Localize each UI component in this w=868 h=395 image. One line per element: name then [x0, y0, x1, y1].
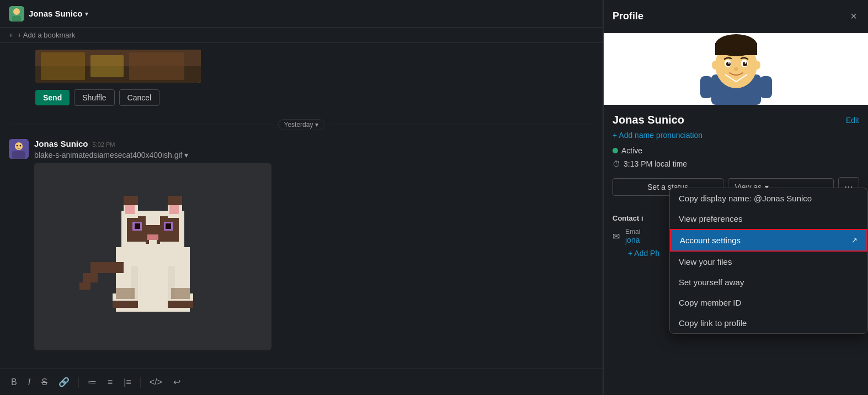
filename-dropdown-arrow[interactable]: ▾	[184, 151, 188, 159]
date-label: Yesterday	[284, 121, 313, 129]
message-filename: blake-s-animatedsiamesecat400x400ish.gif…	[34, 151, 594, 159]
toolbar-divider-2	[140, 377, 141, 388]
cancel-button[interactable]: Cancel	[119, 89, 160, 106]
profile-title: Profile	[613, 10, 643, 22]
dropdown-item-copy-display-name[interactable]: Copy display name: @Jonas Sunico	[670, 188, 867, 209]
dropdown-copy-display-name-label: Copy display name: @Jonas Sunico	[679, 194, 812, 203]
svg-rect-41	[116, 288, 134, 299]
status-dot-active	[613, 148, 618, 153]
dropdown-item-copy-link[interactable]: Copy link to profile	[670, 313, 867, 333]
date-chevron: ▾	[315, 121, 318, 129]
dropdown-item-view-preferences[interactable]: View preferences	[670, 209, 867, 229]
dropdown-item-view-files[interactable]: View your files	[670, 252, 867, 272]
code-icon[interactable]: </>	[147, 375, 164, 389]
bullet-list-icon[interactable]: ≡	[105, 375, 115, 389]
divider-line-left	[9, 125, 274, 125]
dropdown-item-copy-member-id[interactable]: Copy member ID	[670, 292, 867, 313]
send-button[interactable]: Send	[35, 90, 70, 105]
svg-rect-36	[90, 262, 124, 273]
email-icon: ✉	[613, 231, 620, 242]
svg-point-55	[754, 61, 760, 70]
date-divider: Yesterday ▾	[9, 119, 594, 130]
email-label: Emai	[625, 228, 640, 236]
email-value[interactable]: jona	[625, 236, 640, 244]
svg-point-54	[712, 61, 718, 70]
time-row: ⏱ 3:13 PM local time	[613, 159, 859, 168]
message-avatar	[9, 139, 29, 159]
dropdown-set-away-label: Set yourself away	[679, 277, 744, 287]
gif-action-buttons: Send Shuffle Cancel	[9, 87, 594, 110]
bookmark-label[interactable]: + Add a bookmark	[17, 31, 75, 39]
workspace-avatar	[9, 6, 24, 22]
profile-bitmoji	[692, 33, 780, 105]
svg-point-10	[17, 145, 18, 147]
italic-icon[interactable]: I	[26, 375, 33, 389]
svg-point-52	[744, 62, 746, 64]
bold-icon[interactable]: B	[9, 375, 19, 389]
dropdown-copy-member-id-label: Copy member ID	[679, 298, 741, 307]
dropdown-view-preferences-label: View preferences	[679, 214, 743, 223]
strikethrough-icon[interactable]: S	[39, 375, 50, 389]
profile-avatar-section	[604, 33, 868, 105]
dropdown-item-set-away[interactable]: Set yourself away	[670, 272, 867, 292]
chat-area: Jonas Sunico ▾ + + Add a bookmark Send	[0, 0, 603, 395]
clock-icon: ⏱	[613, 159, 620, 168]
status-row: Active	[613, 146, 859, 155]
svg-rect-35	[168, 301, 194, 308]
cat-gif-image	[34, 163, 271, 350]
message-header: Jonas Sunico 5:02 PM	[34, 139, 594, 148]
svg-point-53	[734, 67, 738, 71]
dropdown-copy-link-label: Copy link to profile	[679, 318, 747, 328]
shuffle-button[interactable]: Shuffle	[74, 89, 114, 106]
svg-rect-23	[147, 234, 158, 240]
profile-panel: Profile ×	[603, 0, 868, 395]
svg-rect-24	[146, 240, 150, 244]
dropdown-account-settings-label: Account settings	[680, 236, 741, 245]
ordered-list-icon[interactable]: ≔	[86, 375, 99, 389]
profile-username: Jonas Sunico	[613, 114, 684, 126]
svg-rect-57	[760, 76, 772, 98]
bookmark-bar: + + Add a bookmark	[0, 28, 603, 43]
chat-header: Jonas Sunico ▾	[0, 0, 603, 28]
svg-rect-6	[90, 55, 124, 77]
svg-point-11	[20, 145, 22, 147]
undo-icon[interactable]: ↩	[171, 375, 183, 389]
dropdown-account-settings-icon: ↗	[851, 236, 858, 244]
link-icon[interactable]: 🔗	[56, 375, 72, 389]
message-author: Jonas Sunico	[34, 139, 88, 148]
date-badge[interactable]: Yesterday ▾	[278, 119, 325, 130]
chat-toolbar: B I S 🔗 ≔ ≡ |≡ </> ↩	[0, 369, 603, 395]
profile-close-button[interactable]: ×	[848, 8, 859, 25]
message-time: 5:02 PM	[93, 141, 115, 148]
profile-edit-link[interactable]: Edit	[846, 116, 859, 125]
dropdown-item-account-settings[interactable]: Account settings ↗	[670, 229, 867, 252]
svg-rect-5	[41, 52, 85, 80]
workspace-chevron[interactable]: ▾	[85, 10, 88, 18]
svg-rect-25	[157, 240, 161, 244]
svg-rect-7	[129, 52, 184, 80]
svg-rect-37	[83, 273, 98, 282]
indent-icon[interactable]: |≡	[121, 375, 134, 389]
svg-rect-22	[166, 223, 171, 229]
workspace-name: Jonas Sunico	[29, 9, 83, 18]
filename-text: blake-s-animatedsiamesecat400x400ish.gif	[34, 151, 182, 159]
toolbar-divider-1	[78, 377, 79, 388]
profile-name-row: Jonas Sunico Edit	[613, 114, 859, 126]
messages-area: Send Shuffle Cancel Yesterday ▾	[0, 43, 603, 369]
gif-preview-strip	[9, 50, 594, 83]
svg-point-51	[728, 62, 729, 64]
profile-header: Profile ×	[604, 0, 868, 33]
svg-rect-46	[715, 43, 757, 55]
add-pronunciation-button[interactable]: + Add name pronunciation	[613, 131, 859, 140]
message-row: Jonas Sunico 5:02 PM blake-s-animatedsia…	[9, 139, 594, 350]
local-time: 3:13 PM local time	[624, 159, 687, 168]
svg-point-1	[13, 8, 20, 15]
svg-rect-38	[79, 282, 90, 290]
divider-line-right	[329, 125, 594, 125]
svg-rect-12	[12, 151, 25, 159]
dropdown-menu: Copy display name: @Jonas Sunico View pr…	[669, 188, 868, 334]
dropdown-view-files-label: View your files	[679, 257, 732, 266]
status-label: Active	[621, 146, 642, 155]
svg-rect-56	[700, 76, 712, 98]
svg-rect-31	[168, 196, 183, 205]
